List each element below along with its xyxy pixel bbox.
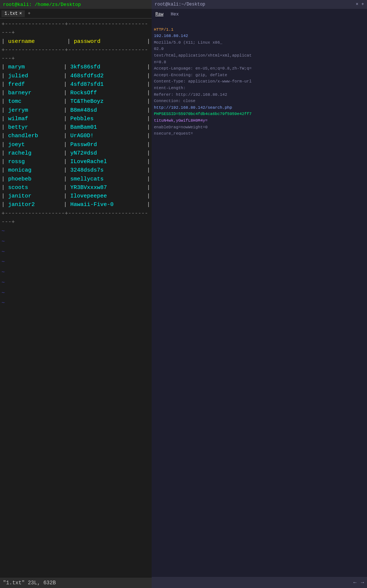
header-password: password <box>74 37 147 46</box>
tab-plus-icon: + <box>28 11 30 16</box>
burp-tabs-bar: Raw Hex <box>154 11 365 18</box>
vim-editor-pane: root@kali: /home/zs/Desktop 1.txt × + +-… <box>0 0 152 588</box>
table-row: | janitor | Ilovepeepee | <box>0 192 152 200</box>
vim-top-bar-title: root@kali: /home/zs/Desktop <box>3 2 81 7</box>
vim-status-bar: "1.txt" 23L, 632B <box>0 578 152 588</box>
tab-1txt[interactable]: 1.txt × <box>1 10 25 17</box>
close-icon[interactable]: × <box>356 2 358 7</box>
tilde-line: ~ <box>0 288 152 298</box>
table-row: | bettyr | BamBam01 | <box>0 123 152 132</box>
table-row: | wilmaf | Pebbles | <box>0 115 152 123</box>
table-row: | chandlerb| UrAG0D! | <box>0 132 152 140</box>
tab-hex[interactable]: Hex <box>169 11 181 18</box>
tilde-line: ~ <box>0 247 152 257</box>
table-row: | tomc | TC&TheBoyz | <box>0 97 152 106</box>
separator-top: +------------------+--------------------… <box>0 20 152 37</box>
tab-close-icon[interactable]: × <box>19 11 22 16</box>
table-row: | scoots | YR3BVxxxw87 | <box>0 183 152 192</box>
table-row: | jerrym | B8m#48sd | <box>0 106 152 115</box>
table-row: | janitor2 | Hawaii-Five-0 | <box>0 200 152 209</box>
tilde-line: ~ <box>0 257 152 267</box>
table-header-row: | username | password | <box>0 37 152 46</box>
table-row: | rossg | ILoveRachel | <box>0 158 152 166</box>
tilde-line: ~ <box>0 237 152 247</box>
http-content: HTTP/1.1 192.168.80.142 Mozilla/5.0 (X11… <box>154 20 365 143</box>
table-row: | barneyr | RocksOff | <box>0 89 152 97</box>
forward-icon[interactable]: → <box>361 579 364 585</box>
plus-icon[interactable]: + <box>361 2 364 7</box>
separator-bottom: +------------------+--------------------… <box>0 209 152 227</box>
tab-raw[interactable]: Raw <box>154 11 165 18</box>
burp-title: root@kali:~/Desktop <box>155 2 205 7</box>
vim-tab-bar: 1.txt × + <box>0 9 152 18</box>
burp-top-bar: root@kali:~/Desktop × + <box>152 0 367 9</box>
table-row: | phoebeb | smellycats | <box>0 175 152 183</box>
burp-content: Raw Hex HTTP/1.1 192.168.80.142 Mozilla/… <box>152 9 367 577</box>
tilde-line: ~ <box>0 278 152 288</box>
tab-new[interactable]: + <box>25 10 33 17</box>
tab-label: 1.txt <box>4 11 18 16</box>
separator-header: +------------------+--------------------… <box>0 46 152 63</box>
table-row: | marym | 3kfs86sfd | <box>0 63 152 71</box>
vim-content-area: +------------------+--------------------… <box>0 18 152 310</box>
burp-pane: root@kali:~/Desktop × + Raw Hex HTTP/1.1… <box>152 0 367 588</box>
table-row: | monicag | 3248dsds7s | <box>0 166 152 175</box>
burp-bottom-bar: ← → <box>152 577 367 588</box>
tilde-line: ~ <box>0 298 152 308</box>
vim-status-text: "1.txt" 23L, 632B <box>3 580 56 586</box>
header-username: username <box>8 37 67 46</box>
table-row: | julied | 468sfdfsd2 | <box>0 72 152 80</box>
table-row: | joeyt | Passw0rd | <box>0 141 152 149</box>
burp-window-controls: × + <box>356 2 364 7</box>
tilde-line: ~ <box>0 226 152 237</box>
table-row: | fredf | 4sfd87sfd1 | <box>0 80 152 89</box>
vim-top-bar: root@kali: /home/zs/Desktop <box>0 0 152 9</box>
table-row: | rachelg | yN72#dsd | <box>0 149 152 158</box>
back-icon[interactable]: ← <box>353 579 356 585</box>
main-container: root@kali: /home/zs/Desktop 1.txt × + +-… <box>0 0 367 588</box>
tilde-line: ~ <box>0 267 152 278</box>
